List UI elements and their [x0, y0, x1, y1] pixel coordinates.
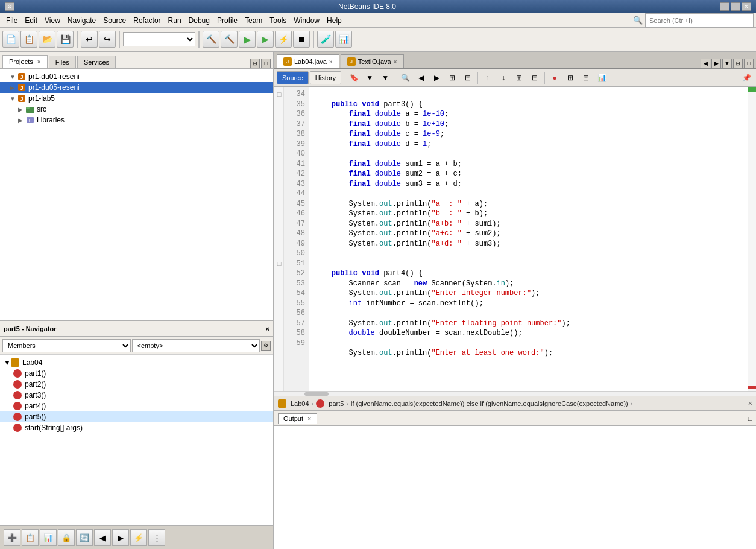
maximize-editor-button[interactable]: □: [744, 59, 754, 68]
test-button[interactable]: 🧪: [317, 31, 334, 48]
test-btn4[interactable]: 📊: [594, 71, 609, 84]
tree-item-src[interactable]: ▶ src: [0, 104, 273, 115]
menu-edit[interactable]: Edit: [21, 15, 41, 26]
clean-build-button[interactable]: 🔨: [221, 31, 238, 48]
new-file-button[interactable]: 📋: [20, 31, 37, 48]
close-output-button[interactable]: ×: [307, 415, 311, 422]
nav-method-part1[interactable]: part1(): [0, 368, 273, 379]
toolbar-dropdown[interactable]: [123, 32, 195, 46]
diff2-button[interactable]: ⊞: [512, 71, 526, 84]
nav-method-start[interactable]: start(String[] args): [0, 422, 273, 433]
close-tab-lab04[interactable]: ×: [329, 59, 333, 65]
test2-button[interactable]: 📊: [335, 31, 352, 48]
lock-button[interactable]: 🔒: [58, 529, 75, 546]
diff3-button[interactable]: ⊟: [528, 71, 542, 84]
fold-marker-34[interactable]: □: [274, 89, 284, 100]
build-button[interactable]: 🔨: [203, 31, 219, 48]
diff-button[interactable]: ⊟: [461, 71, 475, 84]
bookmark-button[interactable]: 🔖: [347, 71, 361, 84]
source-tab-button[interactable]: Source: [277, 71, 309, 84]
scroll-right-tab-button[interactable]: ▶: [711, 59, 721, 68]
test-btn2[interactable]: ⊞: [563, 71, 578, 84]
navigator-members-dropdown[interactable]: Members: [2, 339, 131, 352]
new-project-button[interactable]: 📄: [2, 31, 19, 48]
navigator-settings-button[interactable]: ⚙: [261, 341, 271, 351]
jump-prev-button[interactable]: ↑: [480, 71, 495, 84]
minimize-button[interactable]: —: [720, 2, 729, 11]
breadcrumb-condition[interactable]: if (givenName.equals(expectedName)) else…: [351, 400, 628, 407]
nav-class-item[interactable]: ▼ Lab04: [0, 357, 273, 368]
pin-button[interactable]: 📌: [739, 71, 754, 84]
breadcrumb-method[interactable]: part5: [329, 400, 344, 407]
menu-run[interactable]: Run: [165, 15, 185, 26]
history-tab-button[interactable]: History: [310, 71, 341, 84]
debug-run-button[interactable]: ▶: [257, 31, 274, 48]
tree-item-pr1-du01[interactable]: ▼ J pr1-du01-reseni: [0, 71, 273, 82]
open-button[interactable]: 📂: [39, 31, 55, 48]
forward-button[interactable]: ▶: [112, 529, 129, 546]
horizontal-scrollbar[interactable]: [274, 391, 756, 396]
restore-editor-button[interactable]: ⊟: [733, 59, 743, 68]
menu-debug[interactable]: Debug: [185, 15, 213, 26]
close-button[interactable]: ✕: [742, 2, 751, 11]
menu-tools[interactable]: Tools: [266, 15, 290, 26]
undo-button[interactable]: ↩: [81, 31, 98, 48]
maximize-button[interactable]: □: [731, 2, 740, 11]
nav-method-part2[interactable]: part2(): [0, 379, 273, 390]
tree-item-pr1-lab5[interactable]: ▼ J pr1-lab5: [0, 93, 273, 104]
tab-projects[interactable]: Projects ×: [2, 55, 48, 68]
jump-next-button[interactable]: ↓: [496, 71, 511, 84]
more-button[interactable]: ⋮: [148, 529, 165, 546]
scrollbar-thumb[interactable]: [304, 392, 329, 396]
run-button[interactable]: ▶: [239, 31, 256, 48]
output-tab[interactable]: Output ×: [278, 413, 317, 424]
tree-item-pr1-du05[interactable]: ▶ J pr1-du05-reseni: [0, 82, 273, 93]
back-button[interactable]: ◀: [94, 529, 111, 546]
close-projects-tab[interactable]: ×: [37, 59, 41, 65]
menu-view[interactable]: View: [41, 15, 64, 26]
menu-profile[interactable]: Profile: [213, 15, 241, 26]
search-button[interactable]: 🔍: [398, 71, 412, 84]
maximize-output-button[interactable]: □: [748, 414, 752, 423]
format-button[interactable]: ⚡: [130, 529, 147, 546]
breadcrumb-file[interactable]: Lab04: [291, 400, 309, 407]
close-tab-textio[interactable]: ×: [394, 59, 397, 65]
tab-lab04[interactable]: J Lab04.java ×: [277, 54, 339, 68]
redo-button[interactable]: ↪: [99, 31, 116, 48]
test-run-button[interactable]: ●: [547, 71, 562, 84]
menu-team[interactable]: Team: [241, 15, 266, 26]
maximize-panel-button[interactable]: □: [261, 59, 271, 68]
toggle-button[interactable]: ▼: [362, 71, 377, 84]
stop-button[interactable]: ⏹: [293, 31, 310, 48]
match-button[interactable]: ⊞: [445, 71, 459, 84]
scroll-left-tab-button[interactable]: ◀: [701, 59, 710, 68]
fold-marker-51[interactable]: □: [274, 259, 284, 269]
sync-button[interactable]: 🔄: [76, 529, 93, 546]
filter-button[interactable]: ▼: [378, 71, 392, 84]
nav-method-part3[interactable]: part3(): [0, 390, 273, 401]
tab-services[interactable]: Services: [77, 56, 116, 68]
save-button[interactable]: 💾: [57, 31, 74, 48]
tab-files[interactable]: Files: [49, 56, 76, 68]
tree-item-libraries[interactable]: ▶ L Libraries: [0, 115, 273, 125]
test-btn3[interactable]: ⊟: [579, 71, 593, 84]
menu-window[interactable]: Window: [290, 15, 323, 26]
search-input[interactable]: [645, 13, 754, 28]
next-button[interactable]: ▶: [429, 71, 444, 84]
menu-navigate[interactable]: Navigate: [64, 15, 99, 26]
add-project-button[interactable]: ➕: [4, 529, 20, 546]
nav-method-part4[interactable]: part4(): [0, 401, 273, 411]
apply-button[interactable]: ⚡: [275, 31, 292, 48]
menu-file[interactable]: File: [2, 15, 21, 26]
nav-method-part5[interactable]: part5(): [0, 411, 273, 422]
menu-refactor[interactable]: Refactor: [130, 15, 164, 26]
code-area[interactable]: public void part3() { final double a = 1…: [309, 87, 748, 391]
restore-panel-button[interactable]: ⊟: [250, 59, 260, 68]
tab-textio[interactable]: J TextIO.java ×: [341, 54, 404, 68]
close-navigator-button[interactable]: ×: [266, 325, 269, 332]
properties-button[interactable]: 📋: [22, 529, 39, 546]
prev-button[interactable]: ◀: [414, 71, 428, 84]
menu-source[interactable]: Source: [99, 15, 130, 26]
output-content[interactable]: [274, 426, 756, 549]
tab-list-button[interactable]: ▼: [722, 59, 732, 68]
